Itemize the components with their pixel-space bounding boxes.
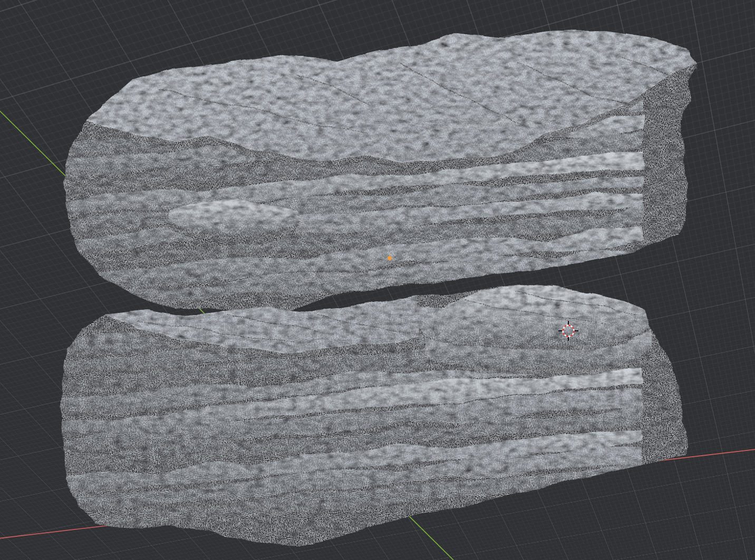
- viewport-canvas[interactable]: [0, 0, 755, 560]
- object-rock-slab-lower[interactable]: [55, 271, 696, 560]
